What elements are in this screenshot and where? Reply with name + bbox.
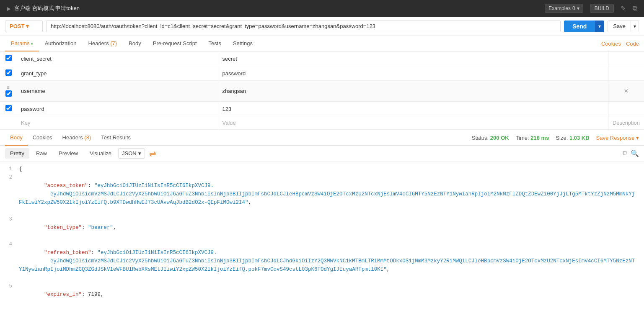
- status-value: 200 OK: [490, 135, 509, 141]
- cookies-link[interactable]: Cookies: [601, 41, 621, 47]
- row-checkbox[interactable]: [5, 69, 12, 76]
- top-bar-title-area: ▶ 客户端 密码模式 申请token: [7, 5, 80, 12]
- tab-tests[interactable]: Tests: [203, 36, 227, 51]
- tab-prerequest[interactable]: Pre-request Script: [147, 36, 203, 51]
- tab-body[interactable]: Body: [123, 36, 147, 51]
- table-row: password 123: [0, 102, 644, 116]
- param-value-cell: 123: [218, 102, 608, 116]
- param-value-cell: password: [218, 66, 608, 81]
- chevron-down-icon: ▾: [577, 5, 579, 11]
- param-desc-cell: [608, 51, 644, 66]
- response-code-area: 1 { 2 "access_token": "eyJhbGciOiJIUzI1N…: [0, 162, 644, 300]
- tab-params[interactable]: Params●: [5, 36, 39, 51]
- search-icon[interactable]: 🔍: [631, 149, 639, 157]
- tab-authorization[interactable]: Authorization: [39, 36, 83, 51]
- arrow-icon: ▶: [7, 5, 11, 12]
- copy-response-icon[interactable]: ⧉: [623, 149, 627, 157]
- param-key-cell: password: [17, 102, 218, 116]
- response-action-icons: ⧉ 🔍: [623, 149, 639, 157]
- code-line-3: 3 "token_type": "bearer",: [0, 215, 644, 240]
- param-value-cell: zhangsan: [218, 81, 608, 102]
- param-delete-cell[interactable]: ✕: [608, 81, 644, 102]
- send-button-group: Send ▾: [564, 21, 604, 32]
- format-pretty[interactable]: Pretty: [5, 148, 29, 159]
- save-response-button[interactable]: Save Response ▾: [596, 135, 639, 141]
- param-desc-cell: [608, 66, 644, 81]
- param-key-cell: client_secret: [17, 51, 218, 66]
- format-visualize[interactable]: Visualize: [85, 148, 116, 159]
- examples-label: Examples: [548, 5, 571, 11]
- method-select[interactable]: POST ▾: [5, 20, 43, 32]
- code-line-5: 5 "expires_in": 7199,: [0, 282, 644, 300]
- table-row: ≡ username zhangsan ✕: [0, 81, 644, 102]
- send-button[interactable]: Send: [564, 21, 595, 32]
- url-bar: POST ▾ Send ▾ Save ▾: [0, 17, 644, 36]
- tab-headers[interactable]: Headers (7): [83, 36, 123, 51]
- examples-count: 0: [572, 5, 575, 11]
- resp-tab-test-results[interactable]: Test Results: [96, 130, 136, 146]
- code-line-1: 1 {: [0, 165, 644, 173]
- resp-tab-cookies[interactable]: Cookies: [28, 130, 57, 146]
- url-input[interactable]: [46, 20, 561, 32]
- format-raw[interactable]: Raw: [31, 148, 52, 159]
- row-checkbox-cell[interactable]: [0, 66, 17, 81]
- tabs-right-links: Cookies Code: [601, 41, 639, 47]
- save-button[interactable]: Save: [608, 21, 631, 32]
- size-label: Size: 1.03 KB: [556, 135, 589, 141]
- code-link[interactable]: Code: [626, 41, 639, 47]
- row-checkbox-cell[interactable]: ≡: [0, 81, 17, 102]
- code-line-4: 4 "refresh_token": "eyJhbGciOiJIUzI1NiIs…: [0, 240, 644, 282]
- params-table: client_secret secret grant_type password…: [0, 51, 644, 130]
- table-row: grant_type password: [0, 66, 644, 81]
- top-bar-actions: Examples 0 ▾ BUILD ✎ ⧉: [545, 4, 637, 13]
- time-value: 218 ms: [530, 135, 549, 141]
- row-checkbox[interactable]: [5, 90, 12, 97]
- table-row: client_secret secret: [0, 51, 644, 66]
- param-key-cell: username: [17, 81, 218, 102]
- response-meta: Status: 200 OK Time: 218 ms Size: 1.03 K…: [472, 135, 639, 141]
- tab-settings[interactable]: Settings: [227, 36, 259, 51]
- row-checkbox-cell[interactable]: [0, 51, 17, 66]
- send-arrow-button[interactable]: ▾: [595, 21, 604, 32]
- chevron-down-icon: ▾: [138, 150, 141, 157]
- time-label: Time: 218 ms: [516, 135, 549, 141]
- save-arrow-button[interactable]: ▾: [631, 21, 639, 32]
- code-line-2: 2 "access_token": "eyJhbGciOiJIUzI1NiIsI…: [0, 173, 644, 215]
- size-value: 1.03 KB: [569, 135, 590, 141]
- chevron-down-icon: ▾: [26, 23, 29, 29]
- table-row-empty: Key Value Description: [0, 116, 644, 130]
- copy-icon[interactable]: ⧉: [633, 5, 637, 12]
- resp-tab-body[interactable]: Body: [5, 130, 28, 146]
- param-key-cell: grant_type: [17, 66, 218, 81]
- params-section: client_secret secret grant_type password…: [0, 51, 644, 130]
- method-label: POST: [10, 23, 24, 29]
- save-button-group: Save ▾: [608, 20, 639, 32]
- wrap-button[interactable]: ⇌: [149, 149, 156, 159]
- edit-icon[interactable]: ✎: [621, 5, 626, 13]
- response-toolbar: Pretty Raw Preview Visualize JSON ▾ ⇌ ⧉ …: [0, 146, 644, 162]
- build-button[interactable]: BUILD: [590, 4, 614, 13]
- format-type-select[interactable]: JSON ▾: [118, 148, 145, 159]
- resp-tab-headers[interactable]: Headers (8): [57, 130, 96, 146]
- param-desc-cell: [608, 102, 644, 116]
- drag-icon: ≡: [6, 85, 9, 90]
- param-value-cell: secret: [218, 51, 608, 66]
- row-checkbox-cell[interactable]: [0, 102, 17, 116]
- request-tabs-row: Params● Authorization Headers (7) Body P…: [0, 36, 644, 51]
- examples-button[interactable]: Examples 0 ▾: [545, 4, 583, 13]
- response-section: Body Cookies Headers (8) Test Results St…: [0, 130, 644, 300]
- row-checkbox[interactable]: [5, 55, 12, 61]
- format-preview[interactable]: Preview: [54, 148, 83, 159]
- page-title: 客户端 密码模式 申请token: [14, 5, 80, 12]
- response-tabs-row: Body Cookies Headers (8) Test Results St…: [0, 130, 644, 146]
- format-type-label: JSON: [122, 150, 137, 157]
- top-bar: ▶ 客户端 密码模式 申请token Examples 0 ▾ BUILD ✎ …: [0, 0, 644, 17]
- status-label: Status: 200 OK: [472, 135, 509, 141]
- row-checkbox[interactable]: [5, 105, 12, 111]
